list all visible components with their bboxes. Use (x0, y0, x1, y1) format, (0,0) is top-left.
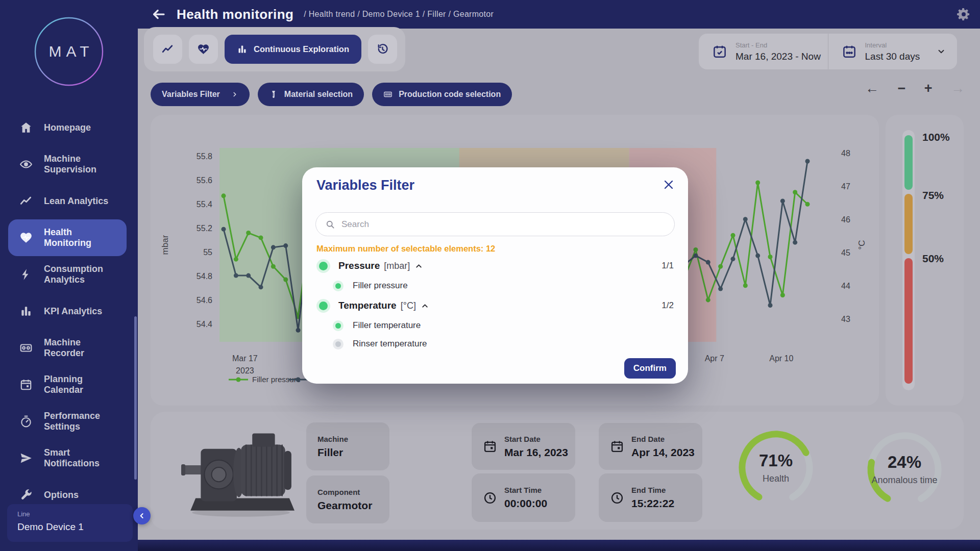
detail-card-end-time: End Time 15:22:22 (599, 473, 702, 522)
group-count: 1/1 (662, 261, 674, 271)
chevron-left-icon (138, 512, 146, 520)
filter-chip-production-code-selection[interactable]: Production code selection (372, 83, 512, 106)
interval-selector[interactable]: Interval Last 30 days (828, 34, 958, 69)
gear-icon[interactable] (957, 7, 971, 21)
line-chart-icon (19, 194, 33, 208)
health-scale-label: 100% (922, 131, 950, 143)
selected-dot-icon (316, 259, 330, 273)
group-name: Pressure (338, 260, 380, 271)
component-details-panel: Machine FillerComponent GearmotorStart D… (151, 412, 964, 530)
detail-card-start-time: Start Time 00:00:00 (472, 473, 575, 522)
confirm-button[interactable]: Confirm (624, 358, 676, 379)
svg-text:45: 45 (841, 248, 850, 257)
variable-option-label: Filler temperature (353, 320, 421, 331)
unselected-dot-icon (333, 339, 344, 349)
logo-text: MAT (34, 16, 104, 87)
close-icon[interactable] (663, 179, 675, 191)
detail-label: Start Date (504, 435, 568, 443)
wrench-icon (19, 488, 33, 502)
detail-card-machine: Machine Filler (306, 422, 389, 470)
pan-right-button[interactable]: → (951, 80, 965, 97)
svg-text:55.8: 55.8 (197, 152, 212, 161)
svg-text:2023: 2023 (236, 366, 254, 375)
pan-left-button[interactable]: ← (865, 80, 879, 97)
detail-value: 15:22:22 (631, 497, 674, 510)
toolbar-button-line-chart[interactable] (153, 35, 182, 64)
sidebar-item-performance-settings[interactable]: Performance Settings (8, 403, 127, 440)
search-input[interactable] (341, 219, 674, 230)
detail-card-end-date: End Date Apr 14, 2023 (599, 423, 702, 470)
continuous-exploration-button[interactable]: Continuous Exploration (225, 35, 361, 64)
svg-text:54.4: 54.4 (197, 320, 212, 329)
calendar-icon (610, 439, 624, 454)
filter-chip-variables-filter[interactable]: Variables Filter (151, 83, 250, 106)
svg-text:54.6: 54.6 (197, 296, 212, 305)
date-range-selector[interactable]: Start - End Mar 16, 2023 - Now (699, 34, 828, 69)
health-gauge-label: Health (763, 473, 789, 484)
heart-pulse-icon (19, 231, 33, 244)
detail-value: Gearmotor (317, 499, 372, 512)
sidebar-scrollbar[interactable] (134, 316, 137, 480)
chevron-up-icon[interactable] (414, 262, 423, 270)
detail-card-start-date: Start Date Mar 16, 2023 (472, 423, 575, 470)
sidebar-item-homepage[interactable]: Homepage (8, 109, 127, 146)
variable-group-pressure[interactable]: Pressure[mbar]1/1 (316, 255, 674, 277)
sidebar-item-label: Health Monitoring (44, 227, 121, 248)
variable-option-label: Rinser temperature (353, 339, 427, 349)
bolt-icon (19, 268, 33, 281)
device-label: Line (17, 510, 122, 518)
anomalous-gauge-value: 24% (888, 453, 921, 471)
svg-text:44: 44 (841, 282, 850, 290)
interval-value: Last 30 days (865, 51, 920, 62)
sidebar-item-lean-analytics[interactable]: Lean Analytics (8, 183, 127, 219)
sidebar-item-planning-calendar[interactable]: Planning Calendar (8, 366, 127, 403)
calendar-icon (483, 439, 497, 454)
sidebar-item-machine-supervision[interactable]: Machine Supervision (8, 146, 127, 183)
barcode-icon (383, 90, 393, 99)
variable-option-rinser-temperature[interactable]: Rinser temperature (316, 335, 674, 353)
sidebar-item-label: Machine Recorder (44, 337, 121, 359)
toolbar-button-history[interactable] (368, 35, 397, 64)
page-title: Health monitoring (177, 7, 293, 22)
sidebar-item-label: Options (44, 490, 121, 500)
speedometer-icon (19, 415, 33, 428)
zoom-out-button[interactable]: − (897, 80, 905, 97)
variable-option-filler-pressure[interactable]: Filler pressure (316, 277, 674, 295)
selected-dot-icon (316, 299, 330, 313)
sidebar-item-label: Consumption Analytics (44, 264, 121, 285)
zoom-in-button[interactable]: + (924, 80, 933, 97)
sidebar-item-health-monitoring[interactable]: Health Monitoring (8, 219, 127, 256)
sidebar: MAT Homepage Machine Supervision Lean An… (0, 0, 138, 551)
beaker-icon (269, 90, 278, 99)
filter-chip-label: Variables Filter (162, 90, 220, 99)
filter-chip-material-selection[interactable]: Material selection (258, 83, 364, 106)
device-card[interactable]: Line Demo Device 1 (7, 504, 133, 542)
sidebar-item-consumption-analytics[interactable]: Consumption Analytics (8, 256, 127, 293)
group-name: Temperature (338, 300, 397, 311)
view-toolbar: Continuous Exploration (144, 27, 405, 71)
selected-dot-icon (333, 281, 344, 291)
history-icon (376, 43, 389, 56)
search-icon (325, 219, 335, 230)
sidebar-item-machine-recorder[interactable]: Machine Recorder (8, 330, 127, 366)
variable-group-temperature[interactable]: Temperature[°C]1/2 (316, 295, 674, 316)
sidebar-item-kpi-analytics[interactable]: KPI Analytics (8, 293, 127, 330)
group-count: 1/2 (662, 300, 674, 311)
sidebar-collapse-button[interactable] (133, 507, 151, 524)
chevron-up-icon[interactable] (421, 302, 429, 310)
sidebar-item-smart-notifications[interactable]: Smart Notifications (8, 440, 127, 477)
chevron-down-icon (937, 47, 946, 56)
svg-text:mbar: mbar (160, 235, 170, 255)
detail-card-component: Component Gearmotor (306, 475, 389, 523)
back-arrow-icon[interactable] (151, 7, 166, 22)
sidebar-item-label: KPI Analytics (44, 306, 121, 317)
heart-pulse-icon (197, 43, 210, 56)
filter-chip-label: Material selection (284, 90, 353, 99)
sidebar-item-label: Machine Supervision (44, 154, 121, 175)
home-icon (19, 121, 33, 134)
variable-option-filler-temperature[interactable]: Filler temperature (316, 316, 674, 335)
svg-text:48: 48 (841, 149, 850, 158)
line-chart-icon (161, 43, 174, 56)
svg-text:55.2: 55.2 (197, 224, 212, 233)
toolbar-button-heart-pulse[interactable] (189, 35, 218, 64)
